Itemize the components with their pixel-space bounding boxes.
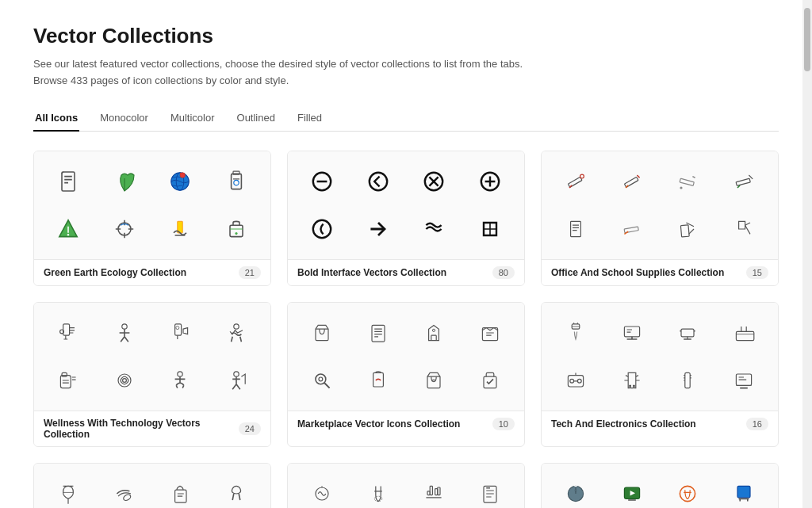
svg-line-91 [182,385,184,388]
tab-outlined[interactable]: Outlined [236,105,277,132]
svg-line-95 [232,384,236,388]
icon-cell [408,358,461,403]
svg-point-34 [313,220,331,237]
svg-rect-0 [62,172,75,191]
icon-grid [288,303,524,411]
card-footer: Wellness With Technology Vectors Collect… [34,411,270,446]
icon-cell [42,159,95,204]
collection-count: 10 [492,418,515,430]
svg-point-157 [122,493,132,501]
collection-card-tech-electronics[interactable]: Tech And Electronics Collection 16 [541,302,779,447]
svg-point-76 [234,323,239,328]
icon-cell [661,472,714,508]
collection-count: 16 [746,418,768,430]
card-footer: Marketplace Vector Icons Collection 10 [288,411,524,437]
icon-cell [718,358,771,403]
collection-card-wellness-tech[interactable]: Wellness With Technology Vectors Collect… [33,302,271,447]
svg-rect-143 [685,372,690,388]
icon-cell [154,472,207,508]
svg-line-78 [240,336,242,341]
icon-cell [464,311,517,355]
svg-line-42 [626,185,628,187]
tab-monocolor[interactable]: Monocolor [98,105,150,132]
icon-cell [352,358,405,403]
icon-cell [296,207,349,251]
svg-point-85 [118,374,131,387]
collection-card-media[interactable]: Media Player Collection [541,463,779,508]
svg-rect-44 [680,178,694,185]
icon-cell [606,311,659,355]
icon-cell [661,159,714,204]
svg-rect-73 [175,323,182,334]
icon-cell [98,207,151,251]
collection-title: Marketplace Vector Icons Collection [297,418,492,430]
svg-rect-124 [681,329,694,337]
icon-grid [34,151,270,259]
svg-rect-98 [372,325,385,342]
svg-rect-47 [736,178,750,185]
svg-point-14 [67,234,69,235]
icon-cell [606,358,659,403]
collection-title: Tech And Electronics Collection [551,418,746,430]
icon-cell [550,358,603,403]
svg-line-90 [176,385,178,388]
icon-cell [352,311,405,355]
svg-rect-56 [681,224,690,236]
icon-cell [98,472,151,508]
icon-cell [210,358,263,403]
icon-cell [42,358,95,403]
icon-cell [408,159,461,204]
icon-cell [154,207,207,251]
icon-grid [34,303,270,411]
icon-grid [542,303,778,411]
card-footer: Bold Interface Vectors Collection 80 [288,259,524,285]
svg-point-106 [433,329,435,331]
icon-grid [34,464,270,508]
svg-line-59 [745,223,749,225]
svg-rect-80 [62,372,67,376]
collection-count: 15 [746,266,768,279]
svg-point-86 [122,378,126,382]
page-title: Vector Collections [33,24,779,48]
collection-card-summer[interactable]: Summer & Beach Collection [33,463,271,508]
icon-cell [464,207,517,251]
svg-rect-38 [569,177,583,187]
svg-line-96 [236,384,240,388]
tab-filled[interactable]: Filled [296,105,324,132]
icon-grid [288,464,524,508]
icon-cell [606,159,659,204]
svg-line-71 [121,336,124,341]
icon-cell [718,207,771,251]
collection-title: Bold Interface Vectors Collection [297,267,492,278]
icon-cell [296,472,349,508]
icon-cell [42,472,95,508]
collection-title: Office And School Supplies Collection [551,267,746,278]
icon-cell [661,358,714,403]
icon-cell [42,207,95,251]
icon-cell [210,472,263,508]
collection-card-bold-interface[interactable]: Bold Interface Vectors Collection 80 [287,151,525,286]
icon-cell [154,358,207,403]
collection-card-marketplace[interactable]: Marketplace Vector Icons Collection 10 [287,302,525,447]
collection-card-science[interactable]: Science & Laboratory Collection [287,463,525,508]
tab-bar: All Icons Monocolor Multicolor Outlined … [33,105,779,132]
svg-point-46 [680,186,683,189]
svg-point-7 [180,172,185,177]
collections-grid: Green Earth Ecology Collection 21 [33,151,779,508]
icon-cell [550,311,603,355]
svg-point-135 [570,379,574,383]
icon-cell [210,207,263,251]
collection-card-office-school[interactable]: Office And School Supplies Collection 15 [541,151,779,286]
collection-card-green-earth[interactable]: Green Earth Ecology Collection 21 [33,151,271,286]
tab-all-icons[interactable]: All Icons [33,105,79,132]
svg-point-112 [319,377,323,381]
icon-cell [408,207,461,251]
tab-multicolor[interactable]: Multicolor [169,105,216,132]
svg-line-111 [324,383,329,388]
svg-point-27 [370,172,387,189]
icon-cell [42,311,95,355]
icon-cell [408,472,461,508]
svg-line-161 [232,494,234,500]
svg-line-72 [124,336,128,341]
icon-cell [550,207,603,251]
